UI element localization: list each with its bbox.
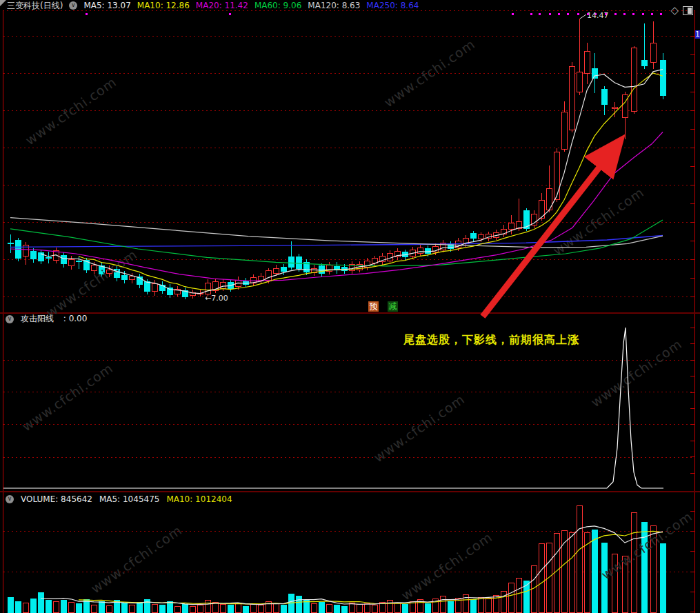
candle (622, 94, 628, 118)
axis-tick (690, 185, 694, 185)
price-gridline (3, 185, 694, 185)
volume-bar (334, 605, 340, 613)
volume-bar (76, 603, 82, 613)
ma-label: MA250: 8.64 (366, 1, 419, 10)
candle (220, 282, 226, 289)
volume-bar (508, 583, 514, 613)
axis-tick (690, 54, 694, 55)
candle-wick (79, 257, 79, 269)
candle (235, 280, 241, 288)
volume-bar (448, 601, 454, 613)
indicator-gridline (3, 457, 694, 458)
candle (8, 243, 14, 245)
candle (508, 223, 514, 230)
annotation-text: 尾盘选股，下影线，前期很高上涨 (403, 333, 579, 348)
candle (501, 229, 507, 234)
volume-bar (30, 599, 37, 613)
indicator-gridline (3, 424, 694, 425)
candle (592, 68, 598, 79)
axis-tick (690, 456, 694, 457)
volume-bar (364, 603, 370, 613)
axis-tick (690, 129, 694, 130)
candle (76, 261, 82, 262)
volume-bar (493, 595, 499, 613)
ma-legend: MA5: 13.07MA10: 12.86MA20: 11.42MA60: 9.… (83, 1, 425, 10)
candle (554, 152, 560, 200)
volume-bar (266, 601, 272, 613)
volume-bar (455, 598, 461, 613)
candle (379, 256, 386, 263)
volume-bar (46, 600, 52, 613)
candle (205, 283, 211, 294)
signal-dot (567, 13, 569, 15)
volume-bar (440, 596, 446, 613)
volume-bar (182, 604, 188, 613)
candle (417, 248, 423, 254)
candle (190, 292, 196, 296)
volume-bar (531, 565, 537, 613)
price-gridline (3, 36, 694, 37)
axis-tick (690, 572, 694, 572)
volume-bar (432, 599, 439, 613)
candle (174, 289, 181, 294)
candle (463, 238, 469, 245)
axis-tick (690, 110, 694, 111)
candle (425, 248, 431, 254)
volume-bar (387, 600, 393, 613)
candle (387, 253, 393, 261)
candle (394, 251, 401, 258)
collapse-indicator-icon[interactable]: ∨ (6, 315, 14, 323)
axis-tick (690, 612, 694, 612)
signal-dot (660, 13, 662, 15)
axis-tick (690, 297, 694, 297)
ma-label: MA5: 13.07 (83, 1, 130, 10)
axis-tick (690, 222, 694, 223)
volume-bar (478, 597, 484, 613)
corner-resize-icon[interactable] (0, 0, 6, 6)
candle (470, 233, 477, 239)
indicator-title: 攻击阳线 (21, 314, 54, 323)
volume-bar (539, 543, 545, 613)
candle (159, 285, 166, 291)
volume-bar (99, 601, 105, 613)
event-badge: 减 (388, 301, 398, 312)
candle (46, 257, 52, 259)
candle (402, 252, 408, 257)
axis-tick (690, 592, 694, 592)
volume-bar (114, 600, 120, 613)
axis-tick (690, 36, 694, 37)
collapse-volume-icon[interactable]: ∨ (6, 495, 14, 503)
volume-bar (83, 599, 90, 613)
axis-tick (690, 551, 694, 552)
candle (357, 264, 363, 270)
candle (523, 210, 530, 229)
candle (296, 257, 302, 269)
volume-bar (23, 603, 29, 613)
signal-dot (577, 13, 579, 15)
axis-tick (690, 92, 694, 92)
volume-bar (129, 605, 135, 613)
diamond-tool-icon[interactable]: ◇ (670, 4, 679, 17)
candle (493, 232, 499, 238)
volume-bar (167, 601, 173, 613)
volume-bar (311, 603, 317, 613)
candle (334, 266, 340, 270)
candle (288, 257, 294, 268)
candle (23, 245, 29, 257)
axis-tick (690, 73, 694, 74)
candle (258, 276, 264, 281)
volume-bar (8, 597, 14, 613)
collapse-main-icon[interactable]: ∨ (69, 1, 77, 10)
candle (601, 89, 608, 105)
candle (121, 275, 128, 280)
volume-bar (106, 605, 112, 613)
candle (478, 234, 484, 239)
volume-bar (319, 602, 325, 613)
axis-tick (690, 259, 694, 260)
candle (250, 277, 257, 283)
signal-dot (651, 13, 653, 15)
volume-bar (174, 606, 181, 613)
candle (577, 72, 583, 92)
split-window-icon[interactable] (683, 6, 693, 15)
volume-bar (137, 602, 143, 613)
